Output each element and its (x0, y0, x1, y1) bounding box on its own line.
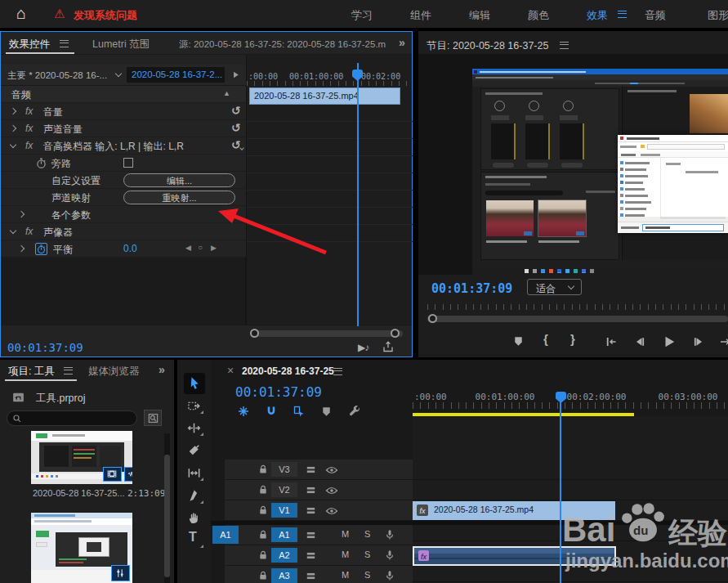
solo-button[interactable]: S (364, 570, 370, 580)
lock-icon[interactable] (257, 464, 269, 475)
source-patch-a1[interactable]: A1 (212, 526, 239, 544)
effect-pitch-shifter-label[interactable]: 音高换档器 输入: L,R | 输出: L,R (43, 140, 184, 154)
chevron-down-icon[interactable] (115, 70, 122, 77)
track-label-v3[interactable]: V3 (271, 462, 297, 477)
ecp-ruler-ticks[interactable] (247, 81, 413, 86)
workspace-graphics[interactable]: 图形 (708, 8, 728, 23)
add-marker-icon[interactable] (512, 335, 525, 348)
timeline-timecode[interactable]: 00:01:37:09 (235, 384, 322, 400)
nest-sequence-icon[interactable] (237, 405, 250, 418)
lock-icon[interactable] (257, 484, 269, 496)
project-bin-name[interactable]: 工具.prproj (36, 392, 85, 406)
twirl-right-icon[interactable] (18, 211, 25, 218)
program-ruler-ticks[interactable] (427, 304, 728, 310)
nudge-center-icon[interactable]: ○ (198, 243, 203, 252)
add-marker-icon[interactable] (320, 406, 333, 418)
bin-up-icon[interactable] (11, 390, 25, 404)
play-audio-only-icon[interactable]: ▶♪ (358, 342, 368, 353)
timeline-panel-menu-icon[interactable] (333, 368, 342, 375)
track-label-a2[interactable]: A2 (271, 548, 297, 563)
ecp-scrollbar-handle-left[interactable] (250, 329, 259, 338)
find-button[interactable] (144, 410, 162, 426)
ecp-timecode[interactable]: 00:01:37:09 (7, 341, 83, 354)
extract-icon[interactable] (719, 335, 728, 348)
edit-button[interactable]: 编辑... (123, 173, 235, 187)
twirl-down-icon[interactable] (10, 141, 16, 148)
pen-tool-icon[interactable] (187, 489, 201, 503)
selection-tool-active-box[interactable] (184, 373, 205, 394)
workspace-effects-menu-icon[interactable] (618, 11, 627, 18)
home-icon[interactable]: ⌂ (16, 4, 26, 23)
balance-value[interactable]: 0.0 (123, 243, 137, 254)
export-frame-icon[interactable] (382, 340, 395, 353)
twirl-right-icon[interactable] (18, 245, 25, 252)
sync-lock-icon[interactable] (305, 464, 317, 476)
ecp-playhead-line[interactable] (357, 63, 359, 326)
lock-icon[interactable] (257, 505, 269, 516)
ecp-scrollbar-handle-right[interactable] (391, 329, 400, 338)
reset-effect-icon[interactable]: ↺ (231, 138, 241, 151)
voiceover-mic-icon[interactable] (383, 549, 396, 562)
project-item-thumbnail[interactable] (31, 513, 132, 583)
solo-button[interactable]: S (364, 549, 370, 559)
tab-project[interactable]: 项目: 工具 (8, 365, 55, 379)
track-label-a3[interactable]: A3 (271, 568, 297, 583)
show-timeline-icon[interactable] (230, 70, 241, 80)
sync-lock-icon[interactable] (305, 549, 317, 562)
sync-lock-icon[interactable] (305, 505, 317, 517)
program-timecode[interactable]: 00:01:37:09 (431, 281, 512, 296)
track-label-v1[interactable]: V1 (271, 503, 297, 518)
timeline-ruler[interactable]: :00:00 00:01:00:00 00:02:00:00 00:03:00:… (413, 390, 728, 409)
ecp-scrollbar-track[interactable] (252, 330, 403, 337)
settings-badge[interactable] (111, 565, 130, 581)
effect-controls-panel-menu-icon[interactable] (60, 40, 69, 47)
program-scrubber-handle[interactable] (428, 314, 437, 323)
type-tool-icon[interactable]: T (189, 530, 197, 545)
mute-button[interactable]: M (342, 529, 349, 539)
sync-lock-icon[interactable] (305, 529, 317, 541)
remap-button[interactable]: 重映射... (123, 191, 235, 204)
tab-media-browser[interactable]: 媒体浏览器 (88, 365, 140, 379)
hand-tool-icon[interactable] (187, 511, 201, 525)
ripple-edit-tool-icon[interactable] (187, 421, 201, 435)
snap-magnet-icon[interactable] (265, 405, 278, 418)
stopwatch-icon[interactable] (35, 157, 47, 169)
track-label-a1[interactable]: A1 (271, 527, 297, 542)
clip-name-box[interactable]: 2020-05-28 16-37-2... (127, 67, 225, 83)
workspace-assembly[interactable]: 组件 (410, 8, 431, 23)
twirl-right-icon[interactable] (10, 125, 16, 132)
timeline-tab[interactable]: 2020-05-28 16-37-25 (242, 365, 334, 377)
project-panel-menu-icon[interactable] (64, 367, 73, 374)
voiceover-mic-icon[interactable] (383, 528, 396, 541)
panel-overflow-icon[interactable]: » (399, 36, 405, 49)
project-search-box[interactable] (7, 410, 137, 426)
reset-effect-icon[interactable]: ↺ (231, 104, 241, 117)
panel-overflow-icon[interactable]: » (159, 363, 165, 376)
sync-lock-icon[interactable] (305, 484, 317, 496)
collapse-section-icon[interactable]: ▲ (223, 89, 230, 97)
effect-volume-label[interactable]: 音量 (43, 105, 63, 119)
workspace-audio[interactable]: 音频 (645, 8, 666, 23)
warning-icon[interactable]: ⚠ (54, 7, 65, 21)
workspace-color[interactable]: 颜色 (528, 8, 549, 23)
mark-out-icon[interactable]: } (570, 332, 575, 346)
lock-icon[interactable] (257, 570, 269, 581)
play-icon[interactable] (662, 334, 677, 349)
toggle-track-eye-icon[interactable] (325, 505, 338, 518)
toggle-track-eye-icon[interactable] (325, 484, 338, 497)
program-panel-menu-icon[interactable] (560, 42, 569, 49)
voiceover-mic-icon[interactable] (383, 569, 396, 582)
track-select-forward-tool-icon[interactable] (187, 399, 201, 413)
reset-effect-icon[interactable]: ↺ (231, 121, 241, 134)
solo-button[interactable]: S (364, 529, 370, 539)
tab-effect-controls[interactable]: 效果控件 (9, 38, 50, 52)
slip-tool-icon[interactable] (187, 466, 201, 480)
project-item-name[interactable]: 2020-05-28 16-37-25... (33, 488, 125, 498)
system-warning-text[interactable]: 发现系统问题 (74, 8, 137, 23)
audio-badge[interactable] (124, 467, 132, 482)
tab-source-monitor[interactable]: 源: 2020-05-28 16-37-25: 2020-05-28 16-37… (179, 38, 386, 51)
master-clip-label[interactable]: 主要 * 2020-05-28 16-... (7, 70, 107, 82)
effect-panner-label[interactable]: 声像器 (43, 226, 73, 240)
workspace-learning[interactable]: 学习 (351, 8, 373, 23)
lock-icon[interactable] (257, 529, 269, 540)
